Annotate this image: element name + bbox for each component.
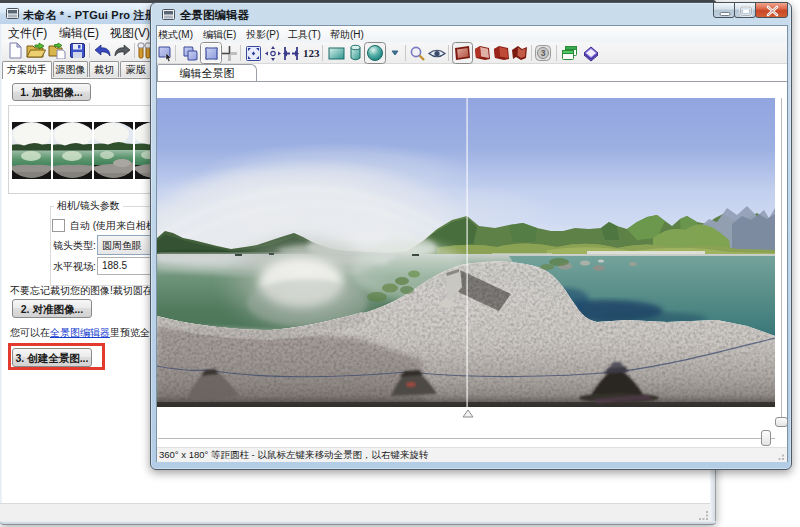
- svg-text:123: 123: [303, 47, 320, 59]
- svg-text:3: 3: [541, 48, 546, 58]
